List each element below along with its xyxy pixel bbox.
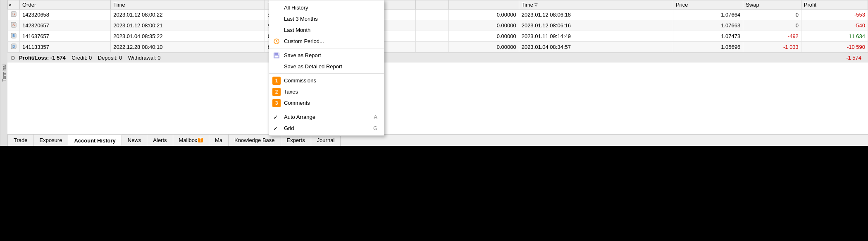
- table-cell: -553: [801, 10, 868, 20]
- table-cell: 142320658: [20, 10, 111, 20]
- menu-shortcut: A: [374, 114, 377, 120]
- col-tp[interactable]: [449, 0, 519, 10]
- tab-account-history[interactable]: Account History: [68, 135, 122, 146]
- menu-shortcut: G: [373, 125, 377, 131]
- svg-text:B: B: [12, 44, 15, 48]
- table-cell: 11 634: [801, 31, 868, 42]
- menu-separator: [269, 48, 384, 48]
- menu-item-label: Grid: [284, 125, 294, 131]
- table-cell: -540: [801, 20, 868, 31]
- terminal-label: Terminal: [0, 0, 7, 146]
- table-cell: 142320657: [20, 20, 111, 31]
- black-background: [0, 146, 868, 241]
- tab-exposure[interactable]: Exposure: [33, 135, 68, 146]
- row-type-icon: S: [8, 10, 20, 20]
- table-cell: 0: [743, 10, 801, 20]
- table-cell: 0.00000: [449, 31, 519, 42]
- col-sl[interactable]: [416, 0, 449, 10]
- table-cell: 1.05696: [673, 42, 743, 53]
- tab-news[interactable]: News: [122, 135, 148, 146]
- menu-item-label: Custom Period...: [284, 38, 324, 44]
- svg-line-10: [277, 41, 278, 42]
- col-order[interactable]: Order: [20, 0, 111, 10]
- clock-icon: [272, 37, 281, 46]
- tab-trade[interactable]: Trade: [7, 135, 33, 146]
- table-cell: -492: [743, 31, 801, 42]
- save-icon: [272, 51, 281, 60]
- svg-text:B: B: [12, 34, 15, 38]
- menu-item-save-report[interactable]: Save as Report: [269, 50, 384, 61]
- svg-text:S: S: [12, 23, 15, 27]
- table-row: B1416376572023.01.04 08:35:22buy0.05eur.…: [8, 31, 868, 42]
- menu-item-save-detailed[interactable]: Save as Detailed Report: [269, 61, 384, 72]
- svg-text:S: S: [12, 12, 15, 16]
- col-time[interactable]: Time: [111, 0, 265, 10]
- tab-mailbox[interactable]: Mailbox7: [173, 135, 209, 146]
- row-type-icon: B: [8, 31, 20, 42]
- profit-loss-text: Profit/Loss: -1 574 Credit: 0 Deposit: 0…: [19, 55, 161, 61]
- check-icon: ✓: [273, 125, 278, 132]
- close-icon[interactable]: ×: [9, 2, 12, 8]
- context-menu: All HistoryLast 3 MonthsLast MonthCustom…: [269, 0, 384, 136]
- numbered-badge-2: 2: [272, 88, 281, 96]
- table-cell: 0.00000: [449, 20, 519, 31]
- table-cell: 2023.01.04 08:35:22: [111, 31, 265, 42]
- menu-item-custom-period[interactable]: Custom Period...: [269, 36, 384, 47]
- table-cell: [416, 42, 449, 53]
- menu-item-label: Save as Detailed Report: [284, 63, 342, 70]
- table-cell: 141637657: [20, 31, 111, 42]
- radio-dot: [11, 56, 15, 60]
- table-cell: 2023.01.11 09:14:49: [519, 31, 673, 42]
- row-type-icon: S: [8, 20, 20, 31]
- menu-item-label: Commissions: [284, 77, 316, 84]
- menu-item-label: Save as Report: [284, 52, 321, 58]
- menu-item-comments[interactable]: 3Comments: [269, 97, 384, 108]
- history-table: × Order Time Type Size Sym... Time ▽: [7, 0, 868, 53]
- tab-knowledge-base[interactable]: Knowledge Base: [229, 135, 281, 146]
- menu-item-label: Last 3 Months: [284, 16, 318, 22]
- col-close: ×: [8, 0, 20, 10]
- menu-item-label: Taxes: [284, 89, 298, 95]
- table-cell: 2023.01.12 08:06:16: [519, 20, 673, 31]
- menu-item-auto-arrange[interactable]: ✓Auto ArrangeA: [269, 111, 384, 123]
- table-cell: 2022.12.28 08:40:10: [111, 42, 265, 53]
- menu-separator: [269, 73, 384, 74]
- tab-experts[interactable]: Experts: [281, 135, 311, 146]
- col-time-close[interactable]: Time ▽: [519, 0, 673, 10]
- menu-item-label: All History: [284, 5, 308, 11]
- tab-alerts[interactable]: Alerts: [147, 135, 173, 146]
- col-swap[interactable]: Swap: [743, 0, 801, 10]
- tab-ma[interactable]: Ma: [209, 135, 229, 146]
- menu-item-label: Comments: [284, 100, 310, 106]
- menu-item-last-month[interactable]: Last Month: [269, 24, 384, 36]
- table-cell: -10 590: [801, 42, 868, 53]
- numbered-badge-1: 1: [272, 77, 281, 85]
- tab-journal[interactable]: Journal: [311, 135, 341, 146]
- row-type-icon: B: [8, 42, 20, 53]
- menu-item-commissions[interactable]: 1Commissions: [269, 75, 384, 86]
- svg-rect-13: [274, 55, 279, 58]
- table-cell: 2023.01.12 08:06:18: [519, 10, 673, 20]
- table-cell: 1.07473: [673, 31, 743, 42]
- table-cell: 0.00000: [449, 42, 519, 53]
- check-icon: ✓: [273, 114, 278, 121]
- tab-bar: TradeExposureAccount HistoryNewsAlertsMa…: [7, 134, 868, 146]
- table-cell: 2023.01.04 08:34:57: [519, 42, 673, 53]
- table-cell: -1 033: [743, 42, 801, 53]
- numbered-badge-3: 3: [272, 99, 281, 107]
- total-profit: -1 574: [846, 55, 861, 61]
- menu-item-label: Last Month: [284, 27, 310, 33]
- table-cell: [416, 31, 449, 42]
- menu-separator: [269, 110, 384, 110]
- table-row: B1411333572022.12.28 08:40:10buy0.10eur.…: [8, 42, 868, 53]
- col-profit[interactable]: Profit: [801, 0, 868, 10]
- profit-loss-summary: Profit/Loss: -1 574 Credit: 0 Deposit: 0…: [7, 53, 868, 63]
- menu-item-grid[interactable]: ✓GridG: [269, 123, 384, 134]
- table-cell: 1.07663: [673, 20, 743, 31]
- col-price[interactable]: Price: [673, 0, 743, 10]
- menu-item-last-3-months[interactable]: Last 3 Months: [269, 13, 384, 24]
- menu-item-taxes[interactable]: 2Taxes: [269, 86, 384, 97]
- menu-item-all-history[interactable]: All History: [269, 2, 384, 13]
- table-cell: 0: [743, 20, 801, 31]
- table-cell: 2023.01.12 08:00:22: [111, 10, 265, 20]
